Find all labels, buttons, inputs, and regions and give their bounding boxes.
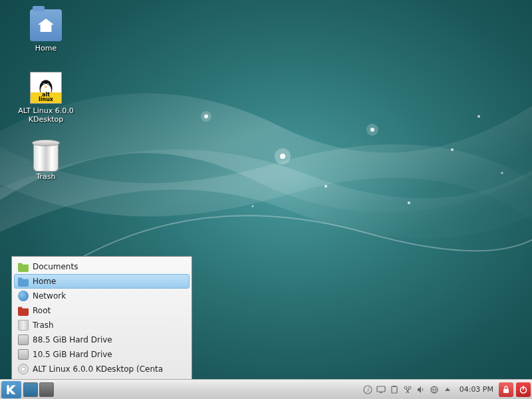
power-icon (519, 385, 528, 394)
svg-rect-23 (393, 386, 396, 387)
menu-item-label: Root (33, 306, 51, 315)
trash-small-icon (18, 320, 29, 331)
clipboard-icon[interactable] (389, 384, 400, 395)
kmenu-button[interactable] (1, 381, 21, 398)
svg-rect-20 (377, 386, 385, 392)
harddrive-icon (18, 334, 29, 345)
places-item-root[interactable]: Root (14, 303, 190, 318)
klipper-icon[interactable] (402, 384, 413, 395)
show-desktop-button[interactable] (23, 382, 38, 397)
disc-icon (18, 364, 29, 374)
panel-clock[interactable]: 04:03 PM (456, 385, 497, 394)
svg-point-17 (47, 84, 48, 84)
desktop-icon-label: ALT Linux 6.0.0 KDesktop (16, 106, 76, 124)
menu-item-label: Network (33, 291, 66, 301)
menu-item-label: Home (33, 277, 56, 286)
menu-item-label: 88.5 GiB Hard Drive (33, 335, 112, 344)
folder-red-icon (18, 305, 29, 316)
menu-item-label: Trash (33, 321, 54, 330)
svg-rect-27 (503, 389, 509, 393)
menu-item-label: ALT Linux 6.0.0 KDesktop (Centa (33, 364, 163, 374)
folder-blue-icon (18, 276, 29, 287)
svg-rect-21 (380, 392, 382, 393)
places-item-drive-1[interactable]: 88.5 GiB Hard Drive (14, 332, 190, 347)
lock-screen-button[interactable] (499, 382, 513, 397)
kde-logo-icon (5, 383, 18, 396)
file-manager-button[interactable] (39, 382, 54, 397)
system-tray: i (360, 384, 456, 395)
desktop-icon-trash[interactable]: Trash (16, 142, 76, 182)
places-item-trash[interactable]: Trash (14, 318, 190, 332)
menu-item-label: 10.5 GiB Hard Drive (33, 350, 112, 359)
taskbar-panel: i 04:03 PM (0, 379, 532, 399)
network-icon[interactable] (429, 384, 440, 395)
places-item-disc[interactable]: ALT Linux 6.0.0 KDesktop (Centa (14, 362, 190, 376)
folder-green-icon (18, 261, 29, 272)
desktop-icon-home[interactable]: Home (16, 9, 76, 53)
display-icon[interactable] (376, 384, 386, 395)
desktop-icon-label: Trash (16, 172, 76, 182)
svg-point-24 (404, 386, 407, 389)
menu-item-label: Documents (33, 262, 78, 271)
svg-point-16 (43, 84, 44, 84)
svg-point-25 (408, 386, 411, 389)
places-menu: Documents Home Network Root Trash 88.5 G… (11, 256, 192, 379)
svg-text:i: i (366, 386, 369, 393)
altlinux-icon (30, 72, 62, 104)
places-item-network[interactable]: Network (14, 289, 190, 303)
places-item-documents[interactable]: Documents (14, 259, 190, 274)
home-folder-icon (30, 9, 62, 41)
svg-rect-22 (392, 386, 397, 393)
volume-icon[interactable] (416, 384, 426, 395)
harddrive-icon (18, 349, 29, 360)
shutdown-button[interactable] (516, 382, 531, 397)
places-item-home[interactable]: Home (14, 274, 190, 289)
places-item-drive-2[interactable]: 10.5 GiB Hard Drive (14, 347, 190, 362)
globe-icon (18, 291, 29, 301)
info-icon[interactable]: i (362, 384, 373, 395)
desktop-icon-altlinux[interactable]: ALT Linux 6.0.0 KDesktop (16, 72, 76, 124)
tray-expand-icon[interactable] (442, 384, 453, 395)
lock-icon (502, 386, 510, 394)
svg-point-13 (41, 84, 51, 96)
trash-icon (33, 142, 59, 172)
desktop-icon-label: Home (16, 43, 76, 53)
